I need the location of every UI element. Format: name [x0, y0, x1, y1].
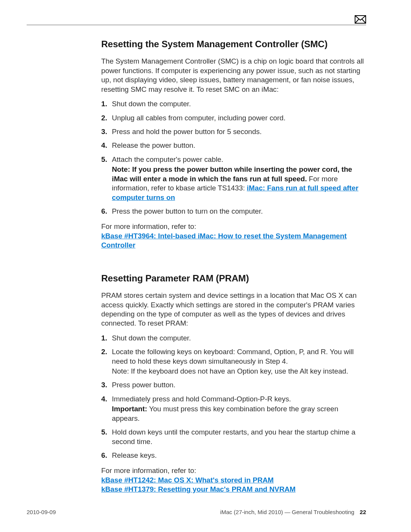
- pram-step: Release keys.: [101, 451, 366, 460]
- pram-more-info-links: kBase #HT1242: Mac OS X: What's stored i…: [101, 476, 366, 494]
- step-text: Press power button.: [112, 381, 175, 389]
- smc-step: Attach the computer's power cable. Note:…: [101, 155, 366, 202]
- step-text: Unplug all cables from computer, includi…: [112, 114, 285, 122]
- step-text: Attach the computer's power cable.: [112, 155, 223, 163]
- footer-page-number: 22: [360, 509, 366, 515]
- pram-step4-important: Important: You must press this key combi…: [112, 404, 366, 423]
- step-text: Release keys.: [112, 451, 157, 459]
- section-pram: Resetting Parameter RAM (PRAM) PRAM stor…: [101, 272, 366, 494]
- pram-step: Press power button.: [101, 380, 366, 390]
- smc-step: Press the power button to turn on the co…: [101, 207, 366, 216]
- kbase-link-ht3964[interactable]: kBase #HT3964: Intel-based iMac: How to …: [101, 232, 347, 249]
- smc-step: Shut down the computer.: [101, 99, 366, 109]
- header-rule: [27, 25, 366, 25]
- step-text: Press the power button to turn on the co…: [112, 207, 263, 215]
- footer-doc-title: iMac (27-inch, Mid 2010) — General Troub…: [220, 509, 354, 515]
- section-smc: Resetting the System Management Controll…: [101, 38, 366, 250]
- smc-intro: The System Management Controller (SMC) i…: [101, 57, 366, 94]
- pram-step: Immediately press and hold Command-Optio…: [101, 395, 366, 423]
- note-label-text: Note: [112, 165, 128, 173]
- more-info-label: For more information, refer to:: [101, 466, 196, 474]
- pram-steps: Shut down the computer. Locate the follo…: [101, 334, 366, 460]
- smc-more-info: For more information, refer to: kBase #H…: [101, 222, 366, 250]
- page-footer: 2010-09-09 iMac (27-inch, Mid 2010) — Ge…: [27, 509, 366, 515]
- pram-step2-note: Note: If the keyboard does not have an O…: [112, 367, 366, 376]
- smc-steps: Shut down the computer. Unplug all cable…: [101, 99, 366, 216]
- step-text: Immediately press and hold Command-Optio…: [112, 395, 291, 403]
- content-column: Resetting the System Management Controll…: [101, 38, 366, 494]
- section-title-pram: Resetting Parameter RAM (PRAM): [101, 272, 366, 284]
- section-title-smc: Resetting the System Management Controll…: [101, 38, 366, 50]
- step-text: Shut down the computer.: [112, 334, 191, 342]
- footer-right: iMac (27-inch, Mid 2010) — General Troub…: [220, 509, 366, 515]
- step-text: Release the power button.: [112, 141, 195, 149]
- step-text: Press and hold the power button for 5 se…: [112, 128, 262, 136]
- pram-step: Locate the following keys on keyboard: C…: [101, 347, 366, 376]
- pram-more-info: For more information, refer to: kBase #H…: [101, 466, 366, 494]
- footer-date: 2010-09-09: [27, 509, 56, 515]
- smc-step: Press and hold the power button for 5 se…: [101, 127, 366, 136]
- important-label: Important:: [112, 405, 147, 413]
- step-text: Locate the following keys on keyboard: C…: [112, 348, 354, 365]
- more-info-label: For more information, refer to:: [101, 222, 196, 230]
- pram-step: Shut down the computer.: [101, 334, 366, 343]
- mail-icon[interactable]: [355, 15, 366, 25]
- kbase-link-ht1242[interactable]: kBase #HT1242: Mac OS X: What's stored i…: [101, 476, 366, 485]
- smc-step: Release the power button.: [101, 141, 366, 150]
- smc-step5-note: Note: If you press the power button whil…: [112, 165, 366, 202]
- step-text: Hold down keys until the computer restar…: [112, 428, 355, 445]
- document-page: Resetting the System Management Controll…: [0, 0, 411, 532]
- smc-step: Unplug all cables from computer, includi…: [101, 113, 366, 123]
- kbase-link-ht1379[interactable]: kBase #HT1379: Resetting your Mac's PRAM…: [101, 485, 366, 494]
- step-text: Shut down the computer.: [112, 100, 191, 108]
- pram-step: Hold down keys until the computer restar…: [101, 428, 366, 446]
- pram-intro: PRAM stores certain system and device se…: [101, 291, 366, 328]
